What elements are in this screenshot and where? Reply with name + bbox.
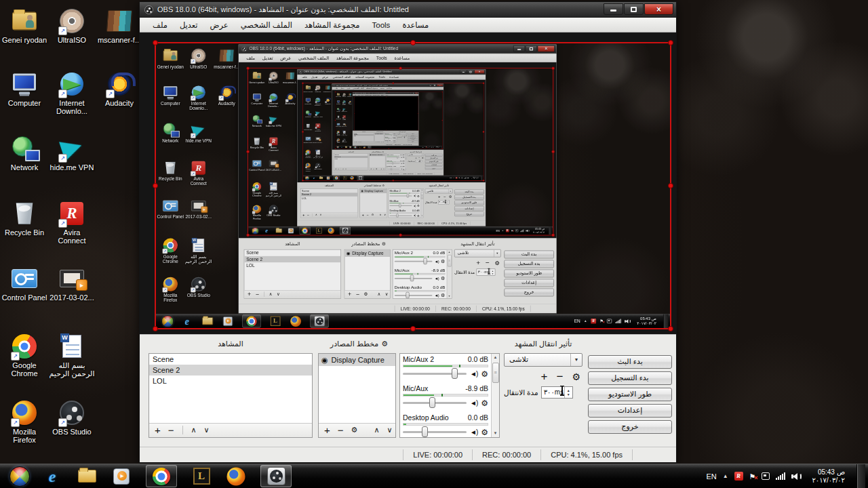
transition-properties-button[interactable]: ⚙ — [406, 135, 407, 136]
desktop-icon-recycle-bin[interactable]: Recycle Bin — [336, 115, 341, 119]
taskbar-media-player[interactable] — [326, 176, 330, 180]
scene-item[interactable]: LOL — [149, 375, 312, 386]
desktop-icon-mscanner[interactable]: mscanner-f... — [282, 71, 298, 83]
resize-handle[interactable] — [153, 40, 158, 45]
visibility-eye-icon[interactable]: ◉ — [361, 188, 363, 192]
spinner-arrows[interactable]: ▲▼ — [564, 387, 572, 398]
taskbar-firefox[interactable] — [350, 176, 354, 180]
volume-slider[interactable] — [390, 215, 412, 216]
maximize-button[interactable] — [624, 3, 644, 15]
spinner-arrows[interactable]: ▲▼ — [420, 160, 422, 162]
desktop-icon-firefox[interactable]: Mozilla Firefox — [1, 400, 47, 444]
resize-handle[interactable] — [483, 131, 485, 133]
desktop-icon-hideme-vpn[interactable]: hide.me VPN — [341, 107, 347, 111]
resize-handle[interactable] — [354, 113, 355, 113]
desktop-icon-google-chrome[interactable]: Google Chrome — [336, 130, 341, 136]
menu-file[interactable]: ملف — [243, 55, 259, 60]
volume-slider[interactable] — [387, 157, 400, 158]
windows-update-icon[interactable] — [762, 472, 770, 480]
desktop-icon-google-chrome[interactable]: Google Chrome — [1, 333, 47, 378]
scene-item-selected[interactable]: Scene 2 — [244, 256, 340, 262]
menu-edit[interactable]: تعديل — [174, 20, 204, 30]
windows-update-icon[interactable] — [515, 229, 518, 232]
volume-icon[interactable] — [791, 473, 802, 480]
resize-handle[interactable] — [153, 326, 158, 331]
desktop-icon-video-file[interactable]: 2017-03-02... — [341, 123, 347, 127]
resize-handle[interactable] — [668, 326, 673, 331]
desktop-icon-word-document[interactable]: بسم الله الرحمن الرحيم — [49, 333, 95, 378]
resize-handle[interactable] — [302, 179, 304, 181]
scene-item-selected[interactable]: Scene 2 — [334, 155, 368, 157]
resize-handle[interactable] — [399, 66, 402, 70]
start-button[interactable] — [252, 227, 259, 234]
taskbar-google-chrome[interactable] — [353, 146, 357, 148]
menu-tools[interactable]: Tools — [373, 55, 391, 60]
exit-button[interactable]: خروج — [588, 420, 672, 434]
desktop-icon-google-chrome[interactable]: Google Chrome — [157, 238, 184, 264]
speaker-icon[interactable]: ◄) — [470, 428, 477, 436]
menu-help[interactable]: مساعدة — [391, 55, 414, 60]
desktop-icon-genei-ryodan[interactable]: Genei ryodan — [336, 93, 341, 97]
remove-transition-button[interactable]: − — [418, 157, 420, 159]
source-properties-button[interactable]: ⚙ — [351, 425, 358, 435]
tray-expand-icon[interactable]: ▲ — [453, 177, 454, 178]
move-scene-down-button[interactable]: ∨ — [361, 141, 361, 142]
move-scene-down-button[interactable]: ∨ — [345, 167, 347, 169]
taskbar-obs-studio[interactable] — [357, 176, 364, 180]
title-bar[interactable]: OBS 18.0.0 (64bit, windows) - الملف الشخ… — [353, 92, 418, 94]
desktop-icon-network[interactable]: Network — [249, 115, 265, 127]
remove-scene-button[interactable]: − — [338, 167, 339, 169]
taskbar-firefox[interactable] — [363, 146, 366, 148]
taskbar-internet-explorer[interactable]: e — [263, 227, 271, 234]
language-indicator[interactable]: EN — [450, 177, 452, 178]
menu-edit[interactable]: تعديل — [309, 75, 320, 79]
add-source-button[interactable]: + — [370, 167, 372, 169]
desktop-icon-control-panel[interactable]: Control Panel — [303, 136, 313, 143]
scrollbar-thumb[interactable]: ≡ — [396, 134, 397, 136]
desktop-icon-mscanner[interactable]: mscanner-f... — [323, 85, 332, 92]
add-source-button[interactable]: + — [348, 291, 351, 298]
add-transition-button[interactable]: + — [416, 157, 417, 159]
action-center-flag-icon[interactable]: ⚑× — [599, 319, 604, 323]
volume-icon[interactable] — [625, 319, 631, 323]
visibility-eye-icon[interactable]: ◉ — [347, 249, 351, 256]
desktop-icon-obs-studio[interactable]: OBS Studio — [313, 163, 323, 170]
mixer-scrollbar[interactable]: ▲ ≡ ▼ — [447, 249, 452, 298]
action-center-flag-icon[interactable]: ⚑× — [427, 146, 428, 147]
desktop-icon-hideme-vpn[interactable]: hide.me VPN — [185, 122, 212, 143]
add-source-button[interactable]: + — [324, 425, 330, 435]
settings-button[interactable]: إعدادات — [425, 163, 443, 166]
remove-transition-button[interactable]: − — [404, 135, 405, 136]
taskbar-google-chrome[interactable] — [300, 226, 311, 234]
resize-handle[interactable] — [441, 91, 443, 92]
clock[interactable]: 05:43ص ٢٠١٧/٠٣/٠٢ — [471, 176, 478, 180]
desktop-icon-genei-ryodan[interactable]: Genei ryodan — [157, 48, 184, 69]
remove-scene-button[interactable]: − — [356, 141, 357, 142]
desktop-icon-audacity[interactable]: Audacity — [213, 85, 240, 106]
speaker-icon[interactable]: ◄) — [413, 195, 416, 197]
network-signal-icon[interactable] — [776, 472, 785, 480]
menu-profile[interactable]: الملف الشخصي — [330, 75, 353, 79]
desktop-icon-network[interactable]: Network — [157, 122, 184, 143]
desktop-icon-idm[interactable]: Internet Downlo... — [185, 85, 212, 110]
studio-mode-button[interactable]: طور الاستوديو — [504, 269, 553, 277]
desktop-icon-recycle-bin[interactable]: Recycle Bin — [249, 137, 265, 149]
move-scene-up-button[interactable]: ∧ — [342, 167, 344, 169]
desktop-icon-control-panel[interactable]: Control Panel — [1, 266, 47, 302]
speaker-icon[interactable]: ◄) — [434, 259, 439, 263]
show-desktop-button[interactable] — [856, 464, 865, 488]
action-center-flag-icon[interactable]: ⚑× — [511, 229, 513, 232]
taskbar-internet-explorer[interactable]: e — [340, 146, 343, 148]
resize-handle[interactable] — [386, 96, 387, 97]
scrollbar-thumb[interactable]: ≡ — [421, 192, 424, 199]
channel-gear-icon[interactable]: ⚙ — [441, 258, 445, 264]
menu-view[interactable]: عرض — [277, 55, 295, 60]
move-source-up-button[interactable]: ∧ — [374, 425, 379, 435]
title-bar[interactable]: OBS 18.0.0 (64bit, windows) - الملف الشخ… — [297, 69, 485, 75]
channel-gear-icon[interactable]: ⚙ — [417, 194, 420, 197]
move-scene-down-button[interactable]: ∨ — [320, 213, 322, 216]
desktop-icon-word-document[interactable]: بسم الله الرحمن الرحيم — [341, 130, 347, 136]
taskbar-obs-studio[interactable] — [340, 226, 351, 234]
remove-transition-button[interactable]: − — [486, 260, 490, 266]
desktop-icon-obs-studio[interactable]: OBS Studio — [185, 277, 212, 298]
